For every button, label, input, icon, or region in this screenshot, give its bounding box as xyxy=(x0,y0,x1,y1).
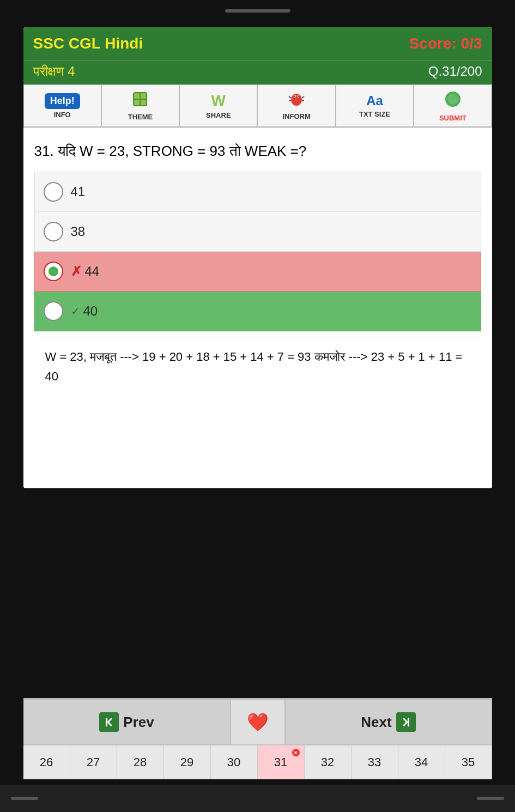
exam-name: परीक्षण 4 xyxy=(33,64,75,79)
svg-rect-15 xyxy=(106,718,107,726)
page-34[interactable]: 34 xyxy=(398,746,445,779)
page-29[interactable]: 29 xyxy=(164,746,211,779)
theme-button[interactable]: THEME xyxy=(101,84,179,127)
option-1[interactable]: 41 xyxy=(34,172,481,212)
inform-button[interactable]: INFORM xyxy=(257,84,335,127)
status-indicator xyxy=(225,9,290,13)
page-30[interactable]: 30 xyxy=(211,746,258,779)
txtsize-label: TXT SIZE xyxy=(359,110,390,118)
next-button[interactable]: Next xyxy=(285,699,492,745)
inform-label: INFORM xyxy=(283,112,311,120)
bottom-dot-left xyxy=(11,797,38,800)
bottom-dot-right xyxy=(477,797,504,800)
options-list: 41 38 ✗ 44 ✓ 40 xyxy=(34,172,481,331)
explanation: W = 23, मजबूत ---> 19 + 20 + 18 + 15 + 1… xyxy=(34,337,481,395)
page-26[interactable]: 26 xyxy=(23,746,70,779)
prev-icon xyxy=(99,712,119,732)
app-container: SSC CGL Hindi Score: 0/3 परीक्षण 4 Q.31/… xyxy=(23,27,492,488)
option-3[interactable]: ✗ 44 xyxy=(34,252,481,292)
heart-button[interactable]: ❤️ xyxy=(231,699,285,745)
option-2-value: 38 xyxy=(71,224,86,239)
spacer xyxy=(34,396,481,483)
option-3-value: 44 xyxy=(85,264,100,279)
question-area: 31. यदि W = 23, STRONG = 93 तो WEAK =? 4… xyxy=(23,128,492,488)
submit-label: SUBMIT xyxy=(439,114,466,122)
header-top: SSC CGL Hindi Score: 0/3 xyxy=(23,27,492,60)
next-label: Next xyxy=(361,714,391,731)
share-button[interactable]: W SHARE xyxy=(179,84,257,127)
page-35[interactable]: 35 xyxy=(445,746,492,779)
page-32[interactable]: 32 xyxy=(305,746,352,779)
wrong-prefix: ✗ xyxy=(71,264,82,279)
page-31[interactable]: 31 xyxy=(258,746,305,779)
svg-point-14 xyxy=(447,94,458,105)
share-icon: W xyxy=(211,92,226,110)
page-33[interactable]: 33 xyxy=(352,746,398,779)
radio-4 xyxy=(44,301,63,321)
option-4-value: 40 xyxy=(83,304,98,319)
svg-point-8 xyxy=(298,96,299,97)
page-27[interactable]: 27 xyxy=(70,746,117,779)
theme-icon xyxy=(131,90,149,111)
app-title: SSC CGL Hindi xyxy=(33,35,143,52)
radio-3 xyxy=(44,262,63,281)
header-sub: परीक्षण 4 Q.31/200 xyxy=(23,60,492,84)
next-icon xyxy=(396,712,416,732)
nav-buttons: Prev ❤️ Next xyxy=(23,698,492,745)
phone-frame: SSC CGL Hindi Score: 0/3 परीक्षण 4 Q.31/… xyxy=(0,0,515,812)
page-numbers: 26 27 28 29 30 31 32 33 34 35 xyxy=(23,745,492,779)
radio-1 xyxy=(44,182,63,202)
info-button[interactable]: Help! INFO xyxy=(23,84,101,127)
prev-label: Prev xyxy=(123,714,154,731)
svg-point-7 xyxy=(294,96,295,97)
bottom-nav: Prev ❤️ Next 26 27 28 29 xyxy=(23,698,492,779)
bottom-bar xyxy=(0,785,515,812)
submit-icon xyxy=(443,89,463,112)
page-28[interactable]: 28 xyxy=(117,746,164,779)
bug-icon xyxy=(288,91,305,111)
txtsize-button[interactable]: Aa TXT SIZE xyxy=(336,84,414,127)
option-1-value: 41 xyxy=(71,184,86,199)
wrong-dot-31 xyxy=(292,749,300,756)
txtsize-icon: Aa xyxy=(366,93,383,108)
option-2[interactable]: 38 xyxy=(34,212,481,252)
toolbar: Help! INFO THEME W SHARE xyxy=(23,84,492,128)
option-4[interactable]: ✓ 40 xyxy=(34,292,481,331)
submit-button[interactable]: SUBMIT xyxy=(414,84,492,127)
svg-line-11 xyxy=(302,96,304,98)
info-icon: Help! xyxy=(50,95,75,106)
radio-2 xyxy=(44,222,63,241)
prev-button[interactable]: Prev xyxy=(23,699,231,745)
status-bar xyxy=(0,0,515,22)
svg-line-9 xyxy=(289,96,291,98)
question-number: Q.31/200 xyxy=(428,64,482,79)
heart-icon: ❤️ xyxy=(247,712,269,732)
question-text: 31. यदि W = 23, STRONG = 93 तो WEAK =? xyxy=(34,141,481,161)
score-display: Score: 0/3 xyxy=(409,35,482,52)
info-label: INFO xyxy=(54,111,71,119)
svg-rect-16 xyxy=(408,718,409,726)
correct-check: ✓ xyxy=(71,305,80,318)
theme-label: THEME xyxy=(128,113,153,121)
share-label: SHARE xyxy=(206,111,231,119)
